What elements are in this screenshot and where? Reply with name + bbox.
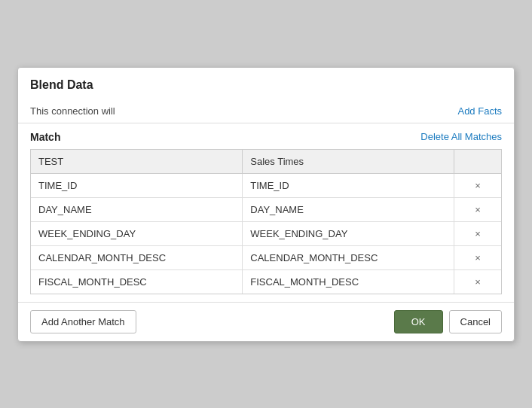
cell-col1-2: WEEK_ENDING_DAY bbox=[31, 221, 243, 245]
delete-row-button-4[interactable]: × bbox=[475, 276, 481, 288]
connection-text: This connection will bbox=[30, 105, 115, 117]
table-row: WEEK_ENDING_DAYWEEK_ENDING_DAY× bbox=[31, 221, 501, 245]
match-table: TEST Sales Times TIME_IDTIME_ID×DAY_NAME… bbox=[31, 150, 501, 294]
match-header: Match Delete All Matches bbox=[30, 131, 502, 143]
table-row: CALENDAR_MONTH_DESCCALENDAR_MONTH_DESC× bbox=[31, 245, 501, 269]
table-body: TIME_IDTIME_ID×DAY_NAMEDAY_NAME×WEEK_END… bbox=[31, 173, 501, 294]
match-label: Match bbox=[30, 131, 60, 143]
cell-col2-0: TIME_ID bbox=[243, 173, 454, 197]
delete-row-button-0[interactable]: × bbox=[475, 180, 481, 191]
dialog-header: Blend Data bbox=[18, 68, 514, 99]
delete-row-button-1[interactable]: × bbox=[475, 204, 481, 215]
cell-delete-1: × bbox=[454, 197, 501, 221]
table-row: TIME_IDTIME_ID× bbox=[31, 173, 501, 197]
cell-col1-3: CALENDAR_MONTH_DESC bbox=[31, 245, 243, 269]
blend-data-dialog: Blend Data This connection will Add Fact… bbox=[17, 67, 515, 342]
dialog-title: Blend Data bbox=[30, 78, 93, 91]
cell-col1-4: FISCAL_MONTH_DESC bbox=[31, 269, 243, 294]
match-section: Match Delete All Matches TEST Sales Time… bbox=[18, 123, 514, 299]
delete-all-matches-link[interactable]: Delete All Matches bbox=[420, 131, 502, 142]
table-row: DAY_NAMEDAY_NAME× bbox=[31, 197, 501, 221]
table-row: FISCAL_MONTH_DESCFISCAL_MONTH_DESC× bbox=[31, 269, 501, 294]
cell-delete-3: × bbox=[454, 245, 501, 269]
cell-col1-1: DAY_NAME bbox=[31, 197, 243, 221]
table-header-row: TEST Sales Times bbox=[31, 150, 501, 174]
col3-header bbox=[454, 150, 501, 174]
col1-header: TEST bbox=[31, 150, 243, 174]
dialog-footer: Add Another Match OK Cancel bbox=[18, 302, 514, 341]
cell-delete-0: × bbox=[454, 173, 501, 197]
ok-button[interactable]: OK bbox=[394, 310, 443, 333]
cell-col2-1: DAY_NAME bbox=[243, 197, 454, 221]
delete-row-button-3[interactable]: × bbox=[475, 252, 481, 263]
cell-col2-2: WEEK_ENDING_DAY bbox=[243, 221, 454, 245]
cell-col2-4: FISCAL_MONTH_DESC bbox=[243, 269, 454, 294]
table-scroll-wrapper[interactable]: TEST Sales Times TIME_IDTIME_ID×DAY_NAME… bbox=[31, 150, 501, 294]
cell-col1-0: TIME_ID bbox=[31, 173, 243, 197]
add-facts-link[interactable]: Add Facts bbox=[457, 105, 502, 117]
col2-header: Sales Times bbox=[243, 150, 454, 174]
cancel-button[interactable]: Cancel bbox=[449, 310, 502, 333]
cell-col2-3: CALENDAR_MONTH_DESC bbox=[243, 245, 454, 269]
match-table-container: TEST Sales Times TIME_IDTIME_ID×DAY_NAME… bbox=[30, 149, 502, 294]
add-another-match-button[interactable]: Add Another Match bbox=[30, 310, 136, 333]
delete-row-button-2[interactable]: × bbox=[475, 228, 481, 239]
footer-right-buttons: OK Cancel bbox=[394, 310, 502, 333]
cell-delete-2: × bbox=[454, 221, 501, 245]
cell-delete-4: × bbox=[454, 269, 501, 294]
connection-row: This connection will Add Facts bbox=[18, 99, 514, 123]
